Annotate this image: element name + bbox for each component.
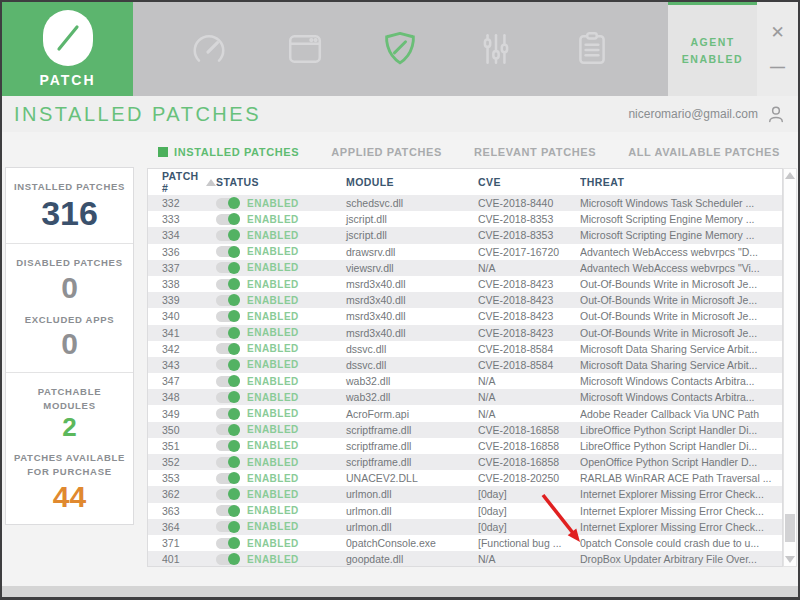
column-status[interactable]: STATUS: [216, 176, 346, 188]
agent-status-panel[interactable]: AGENT ENABLED: [668, 2, 757, 96]
table-row[interactable]: 333 ENABLED jscript.dll CVE-2018-8353 Mi…: [148, 211, 782, 227]
enabled-toggle[interactable]: [216, 343, 240, 354]
table-row[interactable]: 349 ENABLED AcroForm.api N/A Adobe Reade…: [148, 405, 782, 421]
column-cve[interactable]: CVE: [478, 176, 580, 188]
module-cell: drawsrv.dll: [346, 246, 478, 258]
scroll-up-icon[interactable]: [785, 172, 795, 179]
module-cell: msrd3x40.dll: [346, 310, 478, 322]
patch-number-cell: 340: [162, 310, 216, 322]
threat-cell: Microsoft Windows Contacts Arbitra...: [580, 375, 782, 387]
threat-cell: Advantech WebAccess webvrpcs "D...: [580, 246, 782, 258]
zero-patch-logo-icon: [43, 10, 93, 66]
module-cell: UNACEV2.DLL: [346, 472, 478, 484]
enabled-toggle[interactable]: [216, 392, 240, 403]
enabled-toggle[interactable]: [216, 198, 240, 209]
status-label: ENABLED: [247, 457, 299, 468]
table-row[interactable]: 334 ENABLED jscript.dll CVE-2018-8353 Mi…: [148, 227, 782, 243]
table-row[interactable]: 362 ENABLED urlmon.dll [0day] Internet E…: [148, 486, 782, 502]
close-icon[interactable]: ✕: [757, 22, 798, 43]
enabled-toggle[interactable]: [216, 246, 240, 257]
enabled-toggle[interactable]: [216, 440, 240, 451]
stats-sidebar: INSTALLED PATCHES 316 DISABLED PATCHES 0…: [5, 167, 134, 525]
table-row[interactable]: 342 ENABLED dssvc.dll CVE-2018-8584 Micr…: [148, 341, 782, 357]
table-row[interactable]: 341 ENABLED msrd3x40.dll CVE-2018-8423 O…: [148, 325, 782, 341]
app-window-icon[interactable]: [285, 29, 325, 69]
table-row[interactable]: 352 ENABLED scriptframe.dll CVE-2018-168…: [148, 454, 782, 470]
enabled-toggle[interactable]: [216, 327, 240, 338]
tab-all-available-patches[interactable]: ALL AVAILABLE PATCHES: [628, 146, 780, 158]
table-row[interactable]: 338 ENABLED msrd3x40.dll CVE-2018-8423 O…: [148, 276, 782, 292]
enabled-toggle[interactable]: [216, 359, 240, 370]
enabled-toggle[interactable]: [216, 489, 240, 500]
module-cell: AcroForm.api: [346, 408, 478, 420]
cve-cell: CVE-2018-8423: [478, 294, 580, 306]
table-row[interactable]: 351 ENABLED scriptframe.dll CVE-2018-168…: [148, 438, 782, 454]
table-row[interactable]: 363 ENABLED urlmon.dll [0day] Internet E…: [148, 503, 782, 519]
status-label: ENABLED: [247, 440, 299, 451]
table-row[interactable]: 350 ENABLED scriptframe.dll CVE-2018-168…: [148, 422, 782, 438]
cve-cell: CVE-2018-8423: [478, 327, 580, 339]
enabled-toggle[interactable]: [216, 554, 240, 565]
column-patch-number[interactable]: PATCH #: [162, 170, 216, 194]
patch-number-cell: 351: [162, 440, 216, 452]
scroll-down-icon[interactable]: [785, 556, 795, 563]
threat-cell: Microsoft Windows Task Scheduler ...: [580, 197, 782, 209]
minimize-icon[interactable]: —: [757, 58, 798, 75]
tab-applied-patches[interactable]: APPLIED PATCHES: [331, 146, 442, 158]
column-threat[interactable]: THREAT: [580, 176, 782, 188]
sliders-icon[interactable]: [476, 29, 516, 69]
table-row[interactable]: 332 ENABLED schedsvc.dll CVE-2018-8440 M…: [148, 195, 782, 211]
table-row[interactable]: 347 ENABLED wab32.dll N/A Microsoft Wind…: [148, 373, 782, 389]
enabled-toggle[interactable]: [216, 230, 240, 241]
clipboard-log-icon[interactable]: [572, 29, 612, 69]
gauge-icon[interactable]: [189, 29, 229, 69]
tab-installed-patches[interactable]: INSTALLED PATCHES: [158, 146, 299, 158]
column-module[interactable]: MODULE: [346, 176, 478, 188]
table-scrollbar[interactable]: [783, 168, 797, 567]
status-label: ENABLED: [247, 343, 299, 354]
shield-patch-icon[interactable]: [380, 29, 420, 69]
enabled-toggle[interactable]: [216, 295, 240, 306]
status-cell: ENABLED: [216, 408, 346, 419]
user-icon[interactable]: [766, 104, 786, 124]
threat-cell: Out-Of-Bounds Write in Microsoft Je...: [580, 294, 782, 306]
enabled-toggle[interactable]: [216, 424, 240, 435]
module-cell: 0patchConsole.exe: [346, 537, 478, 549]
enabled-toggle[interactable]: [216, 473, 240, 484]
table-row[interactable]: 364 ENABLED urlmon.dll [0day] Internet E…: [148, 519, 782, 535]
enabled-toggle[interactable]: [216, 262, 240, 273]
scrollbar-thumb[interactable]: [785, 514, 795, 542]
tab-relevant-patches[interactable]: RELEVANT PATCHES: [474, 146, 596, 158]
enabled-toggle[interactable]: [216, 408, 240, 419]
toggle-knob-icon: [228, 327, 240, 339]
status-label: ENABLED: [247, 311, 299, 322]
stat-installed-patches: INSTALLED PATCHES 316: [10, 174, 129, 235]
table-row[interactable]: 339 ENABLED msrd3x40.dll CVE-2018-8423 O…: [148, 292, 782, 308]
threat-cell: Adobe Reader Callback Via UNC Path: [580, 408, 782, 420]
enabled-toggle[interactable]: [216, 311, 240, 322]
status-cell: ENABLED: [216, 521, 346, 532]
table-row[interactable]: 340 ENABLED msrd3x40.dll CVE-2018-8423 O…: [148, 308, 782, 324]
toggle-knob-icon: [228, 553, 240, 565]
table-row[interactable]: 401 ENABLED goopdate.dll N/A DropBox Upd…: [148, 551, 782, 567]
cve-cell: CVE-2017-16720: [478, 246, 580, 258]
enabled-toggle[interactable]: [216, 214, 240, 225]
module-cell: jscript.dll: [346, 229, 478, 241]
enabled-toggle[interactable]: [216, 538, 240, 549]
status-label: ENABLED: [247, 246, 299, 257]
table-row[interactable]: 348 ENABLED wab32.dll N/A Microsoft Wind…: [148, 389, 782, 405]
enabled-toggle[interactable]: [216, 279, 240, 290]
enabled-toggle[interactable]: [216, 505, 240, 516]
enabled-toggle[interactable]: [216, 457, 240, 468]
table-row[interactable]: 371 ENABLED 0patchConsole.exe [Functiona…: [148, 535, 782, 551]
table-row[interactable]: 353 ENABLED UNACEV2.DLL CVE-2018-20250 R…: [148, 470, 782, 486]
table-row[interactable]: 343 ENABLED dssvc.dll CVE-2018-8584 Micr…: [148, 357, 782, 373]
table-row[interactable]: 337 ENABLED viewsrv.dll N/A Advantech We…: [148, 260, 782, 276]
cve-cell: CVE-2018-16858: [478, 424, 580, 436]
patch-number-cell: 332: [162, 197, 216, 209]
enabled-toggle[interactable]: [216, 521, 240, 532]
table-row[interactable]: 336 ENABLED drawsrv.dll CVE-2017-16720 A…: [148, 244, 782, 260]
enabled-toggle[interactable]: [216, 376, 240, 387]
cve-cell: [0day]: [478, 521, 580, 533]
window-bottom-strip: [2, 586, 798, 597]
